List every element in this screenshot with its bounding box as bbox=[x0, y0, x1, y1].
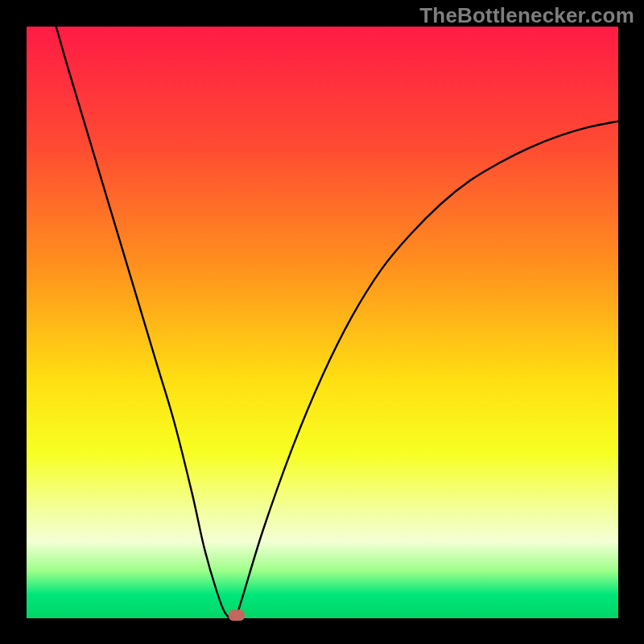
bottleneck-chart bbox=[0, 0, 644, 644]
chart-frame: TheBottlenecker.com bbox=[0, 0, 644, 644]
plot-background bbox=[27, 27, 618, 618]
attribution-label: TheBottlenecker.com bbox=[419, 3, 634, 28]
optimal-marker bbox=[229, 609, 245, 621]
